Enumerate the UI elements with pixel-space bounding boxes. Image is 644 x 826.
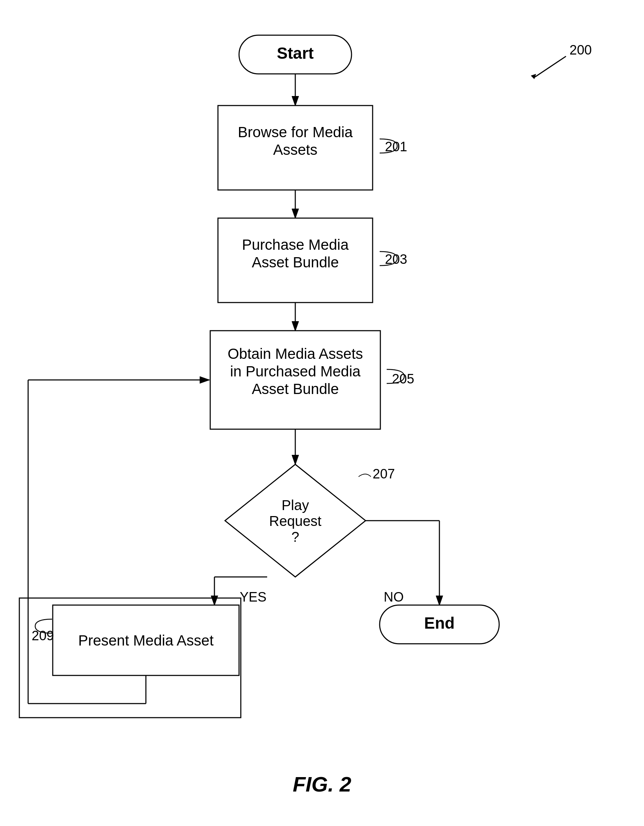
start-label: Start [277,44,314,62]
present-label: Present Media Asset [78,632,214,649]
yes-label: YES [240,590,266,604]
decision-line3: ? [291,529,299,545]
browse-line1: Browse for Media [238,124,353,140]
purchase-line2: Asset Bundle [252,254,339,270]
figure-label: FIG. 2 [293,773,351,796]
no-label: NO [384,590,404,604]
browse-line2: Assets [273,141,317,158]
ref-200: 200 [570,43,591,57]
end-label: End [424,614,455,632]
decision-line2: Request [269,513,322,529]
ref-201: 201 [385,139,407,154]
obtain-line3: Asset Bundle [252,380,339,397]
ref-207: 207 [373,466,395,481]
obtain-line2: in Purchased Media [230,363,361,380]
ref-203: 203 [385,252,407,267]
ref-209: 209 [32,628,54,643]
obtain-line1: Obtain Media Assets [228,345,363,362]
decision-line1: Play [282,497,309,513]
purchase-line1: Purchase Media [242,236,349,253]
diagram-container: 200 Start Browse for Media Assets 201 Pu… [0,0,644,826]
